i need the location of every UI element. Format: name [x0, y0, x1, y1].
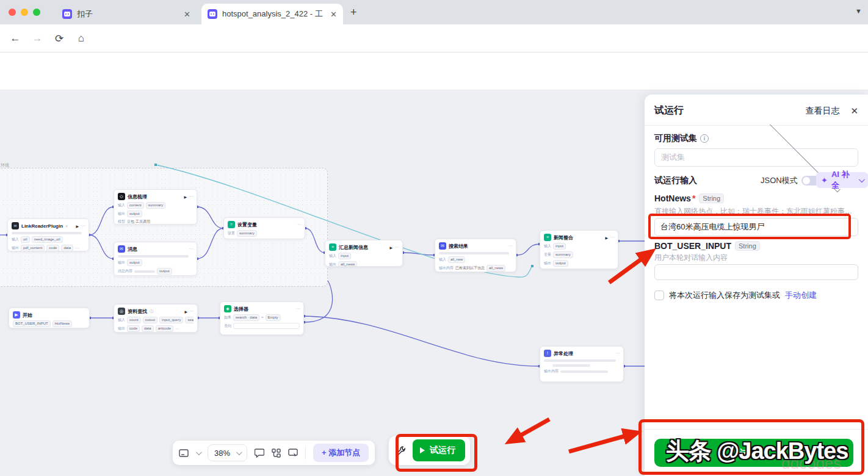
row-label: 输入: [544, 243, 551, 249]
node-more-icon[interactable]: ⋯: [508, 243, 512, 248]
chevron-down-icon[interactable]: [859, 176, 865, 182]
node-info-organize[interactable]: ◇ 信息梳理 ▶⋯ 输入 content summary 输出 output 模…: [114, 189, 197, 225]
testset-select[interactable]: 测试集: [654, 148, 858, 167]
condition-left: search · data: [233, 314, 259, 321]
message-icon: ✉: [118, 245, 125, 253]
row-label: 如果: [224, 315, 231, 320]
browser-tab-workflow[interactable]: hotspot_analysis_2_422 - 工 ✕: [201, 4, 343, 24]
select-frame-icon[interactable]: [288, 449, 298, 457]
close-tab-icon[interactable]: ✕: [330, 10, 337, 19]
node-more-icon[interactable]: ⋯: [296, 306, 300, 311]
fit-view-icon[interactable]: [179, 449, 189, 457]
node-linkreaderplugin[interactable]: ∞ LinkReaderPlugin⚡ ▶⋯ 输入 url need_image…: [7, 218, 89, 251]
panel-run-button[interactable]: 试运行: [654, 439, 853, 467]
node-title: 资料查找: [128, 308, 147, 315]
testset-placeholder: 测试集: [661, 152, 756, 163]
param-tag: search_q: [185, 317, 193, 323]
bot-user-input-field[interactable]: [654, 264, 858, 280]
divider: [305, 446, 306, 460]
model-name: 豆包·工具调用: [127, 219, 150, 225]
node-exception-handler[interactable]: ! 异常处理 ⋯ 输出内容: [540, 346, 624, 382]
node-run-icon[interactable]: ▶: [389, 245, 392, 250]
node-selector[interactable]: ◈ 选择器 ⋯ 如果 search · data = Empty 否则: [220, 301, 304, 335]
tab-title: hotspot_analysis_2_422 - 工: [222, 9, 325, 20]
param-tag: summary: [146, 202, 166, 209]
start-icon: ▶: [13, 311, 20, 319]
row-label: 否则: [224, 323, 231, 329]
node-run-icon[interactable]: ▶: [76, 224, 79, 228]
node-more-icon[interactable]: ⋯: [189, 194, 193, 199]
node-title: 异常处理: [554, 350, 573, 357]
node-start[interactable]: ▶ 开始 BOT_USER_INPUT HotNews: [9, 308, 90, 328]
node-more-icon[interactable]: ⋯: [395, 245, 399, 250]
forward-icon[interactable]: →: [29, 31, 45, 46]
zoom-select[interactable]: 38%: [208, 444, 247, 461]
node-more-icon[interactable]: ⋯: [610, 235, 614, 240]
node-run-icon[interactable]: ▶: [184, 309, 187, 314]
hotnews-input[interactable]: [654, 218, 858, 236]
node-data-lookup[interactable]: ◎ 资料查找ⓘ ▶⋯ 输入 count cutout input_query s…: [114, 304, 198, 333]
node-more-icon[interactable]: ⋯: [81, 223, 85, 228]
param-tag: summary: [237, 230, 257, 237]
add-node-button[interactable]: + 添加节点: [313, 444, 369, 462]
view-logs-link[interactable]: 查看日志: [805, 106, 839, 117]
close-tab-icon[interactable]: ✕: [184, 10, 190, 19]
maximize-window-icon[interactable]: [33, 9, 40, 16]
manual-create-link[interactable]: 手动创建: [785, 290, 817, 301]
node-title: LinkReaderPlugin: [21, 223, 63, 229]
row-label: 输入: [118, 317, 125, 323]
minimize-window-icon[interactable]: [21, 9, 28, 16]
save-testset-checkbox[interactable]: [654, 290, 664, 300]
canvas-toolbar: 38% + 添加节点: [173, 441, 375, 465]
browser-tab-kouzi[interactable]: 扣子 ✕: [56, 4, 197, 24]
text-skeleton: [552, 364, 590, 367]
node-more-icon[interactable]: ⋯: [616, 351, 620, 356]
ai-complete-button[interactable]: ✦ AI 补全: [816, 172, 868, 188]
output-text: 已检索到以下信息: [455, 265, 485, 271]
type-tag: String: [699, 193, 724, 203]
node-more-icon[interactable]: ⋯: [190, 309, 193, 314]
new-tab-button[interactable]: +: [350, 6, 357, 19]
row-label: 输出: [118, 211, 125, 217]
back-icon[interactable]: ←: [7, 31, 23, 46]
info-icon[interactable]: i: [700, 134, 709, 143]
node-message[interactable]: ✉ 消息 ⋯ 输出 output 消息内容 output: [114, 242, 197, 276]
run-input-section-label: 试运行输入: [654, 175, 697, 186]
param-tag: need_image_url: [32, 236, 63, 243]
node-set-variable[interactable]: = 设置变量 ⋯ 设置 summary: [223, 217, 305, 239]
text-skeleton: [12, 232, 82, 234]
param-tag: all_news: [338, 261, 357, 267]
node-search-result[interactable]: ✉ 搜索结果 ⋯ 输入 all_new 输出内容 已检索到以下信息 all_ne…: [435, 239, 516, 272]
browser-toolbar: ← → ⟳ ⌂ coze.cn/work_flow?space_id=73714…: [0, 24, 868, 52]
node-news-merge[interactable]: ≡ 新闻整合 ▶⋯ 输入 input 变量 summary 输出 output: [540, 230, 618, 269]
tab-list-chevron-icon[interactable]: ▼: [855, 7, 862, 15]
node-more-icon[interactable]: ⋯: [189, 247, 193, 251]
chevron-down-icon[interactable]: [196, 449, 202, 455]
required-asterisk: *: [692, 193, 695, 203]
field-desc: 直接输入网络热点，比如：瑞士卷事件；东北雨姐红薯粉事…: [654, 206, 858, 217]
comment-icon[interactable]: [255, 449, 264, 458]
test-run-button[interactable]: 试运行: [413, 439, 465, 461]
row-label: 模型: [118, 219, 125, 225]
field-name-bot-user-input: BOT_USER_INPUT: [654, 241, 731, 251]
wrench-icon[interactable]: [396, 445, 407, 456]
node-run-icon[interactable]: ▶: [184, 195, 187, 199]
node-news-summary[interactable]: ≡ 汇总新闻信息 ▶⋯ 输入 input 输出 all_news: [325, 240, 403, 267]
reload-icon[interactable]: ⟳: [51, 31, 67, 46]
exception-icon: !: [544, 350, 551, 357]
row-label: 输入: [439, 257, 446, 262]
plugin-icon: ∞: [12, 222, 19, 229]
node-layout-icon[interactable]: [272, 449, 281, 458]
param-tag: code: [127, 325, 140, 332]
close-window-icon[interactable]: [9, 9, 16, 16]
node-run-icon[interactable]: ▶: [605, 236, 608, 240]
window-controls[interactable]: [9, 9, 40, 16]
node-title: 选择器: [234, 306, 248, 312]
divider: [645, 125, 868, 126]
param-tag: input: [553, 243, 566, 250]
home-icon[interactable]: ⌂: [73, 31, 89, 46]
aggregate-icon: ≡: [329, 243, 336, 251]
node-title: 汇总新闻信息: [339, 244, 368, 251]
close-panel-icon[interactable]: ✕: [850, 106, 858, 117]
node-more-icon[interactable]: ⋯: [297, 222, 301, 227]
